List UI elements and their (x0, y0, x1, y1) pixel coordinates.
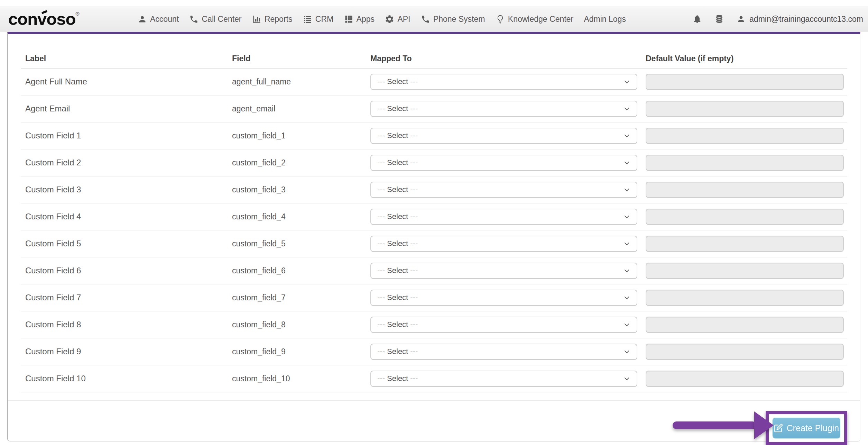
default-value-input[interactable] (646, 209, 844, 225)
row-field: custom_field_5 (228, 239, 366, 248)
mapped-to-select[interactable]: --- Select --- (370, 344, 637, 360)
row-field: custom_field_7 (228, 293, 366, 302)
row-label: Agent Email (21, 104, 228, 113)
chevron-down-icon (622, 158, 631, 167)
phone-icon (189, 15, 198, 24)
default-value-input[interactable] (646, 371, 844, 387)
chevron-down-icon (622, 347, 631, 356)
main-nav: Account Call Center Reports CRM Apps API (138, 6, 626, 32)
row-field: custom_field_10 (228, 374, 366, 383)
table-header-row: Label Field Mapped To Default Value (if … (21, 49, 847, 69)
top-navbar: convoso ® Account Call Center Reports CR… (0, 6, 868, 32)
user-menu[interactable]: admin@trainingaccountc13.com (737, 15, 863, 24)
select-value: --- Select --- (377, 374, 418, 383)
nav-admin-logs-label: Admin Logs (584, 15, 626, 24)
nav-account[interactable]: Account (138, 15, 179, 24)
table-row: Custom Field 7 custom_field_7 --- Select… (21, 284, 847, 311)
database-icon (714, 14, 724, 24)
mapped-to-select[interactable]: --- Select --- (370, 236, 637, 252)
default-value-input[interactable] (646, 128, 844, 144)
nav-call-center[interactable]: Call Center (189, 15, 241, 24)
nav-knowledge-center[interactable]: Knowledge Center (496, 15, 573, 24)
default-value-input[interactable] (646, 290, 844, 306)
default-value-input[interactable] (646, 344, 844, 360)
row-label: Custom Field 9 (21, 347, 228, 356)
table-row: Agent Full Name agent_full_name --- Sele… (21, 69, 847, 96)
bell-icon (692, 14, 702, 24)
row-field: custom_field_4 (228, 212, 366, 221)
row-field: custom_field_1 (228, 131, 366, 140)
table-row: Custom Field 2 custom_field_2 --- Select… (21, 149, 847, 176)
nav-apps-label: Apps (357, 15, 375, 24)
table-row: Custom Field 9 custom_field_9 --- Select… (21, 338, 847, 365)
mapped-to-select[interactable]: --- Select --- (370, 317, 637, 333)
default-value-input[interactable] (646, 182, 844, 198)
annotation-arrow-head (754, 411, 774, 439)
column-header-mapped-to: Mapped To (366, 54, 641, 63)
nav-api[interactable]: API (385, 15, 410, 24)
row-label: Custom Field 1 (21, 131, 228, 140)
default-value-input[interactable] (646, 317, 844, 333)
row-label: Custom Field 4 (21, 212, 228, 221)
column-header-label: Label (21, 54, 228, 63)
nav-api-label: API (397, 15, 410, 24)
table-row: Custom Field 5 custom_field_5 --- Select… (21, 230, 847, 257)
chevron-down-icon (622, 320, 631, 329)
data-storage-button[interactable] (714, 14, 724, 24)
convoso-logo[interactable]: convoso ® (8, 9, 80, 29)
nav-crm[interactable]: CRM (303, 15, 333, 24)
row-label: Custom Field 3 (21, 185, 228, 194)
mapped-to-select[interactable]: --- Select --- (370, 182, 637, 198)
registered-trademark: ® (75, 11, 79, 17)
mapped-to-select[interactable]: --- Select --- (370, 209, 637, 225)
row-label: Custom Field 5 (21, 239, 228, 248)
default-value-input[interactable] (646, 155, 844, 171)
gear-icon (385, 15, 394, 24)
notifications-button[interactable] (692, 14, 702, 24)
chevron-down-icon (622, 212, 631, 221)
table-row: Agent Email agent_email --- Select --- (21, 96, 847, 122)
create-plugin-label: Create Plugin (787, 423, 839, 433)
create-plugin-button[interactable]: Create Plugin (773, 418, 840, 438)
chevron-down-icon (622, 293, 631, 302)
list-icon (303, 15, 312, 24)
select-value: --- Select --- (377, 266, 418, 275)
row-field: custom_field_3 (228, 185, 366, 194)
table-row: Custom Field 6 custom_field_6 --- Select… (21, 257, 847, 284)
mapped-to-select[interactable]: --- Select --- (370, 74, 637, 90)
mapped-to-select[interactable]: --- Select --- (370, 155, 637, 171)
chevron-down-icon (622, 266, 631, 275)
nav-apps[interactable]: Apps (344, 15, 375, 24)
user-icon (138, 15, 147, 24)
select-value: --- Select --- (377, 212, 418, 221)
default-value-input[interactable] (646, 263, 844, 279)
nav-call-center-label: Call Center (202, 15, 241, 24)
mapped-to-select[interactable]: --- Select --- (370, 371, 637, 387)
phone-icon (421, 15, 430, 24)
row-field: custom_field_6 (228, 266, 366, 275)
nav-knowledge-center-label: Knowledge Center (508, 15, 573, 24)
nav-crm-label: CRM (315, 15, 333, 24)
nav-reports[interactable]: Reports (252, 15, 293, 24)
default-value-input[interactable] (646, 74, 844, 90)
chevron-down-icon (622, 239, 631, 248)
select-value: --- Select --- (377, 320, 418, 329)
edit-icon (774, 424, 783, 433)
page: convoso ® Account Call Center Reports CR… (0, 0, 868, 445)
nav-phone-system[interactable]: Phone System (421, 15, 485, 24)
nav-admin-logs[interactable]: Admin Logs (584, 15, 626, 24)
row-label: Custom Field 2 (21, 158, 228, 167)
select-value: --- Select --- (377, 239, 418, 248)
table-row: Custom Field 8 custom_field_8 --- Select… (21, 311, 847, 338)
mapped-to-select[interactable]: --- Select --- (370, 101, 637, 117)
mapped-to-select[interactable]: --- Select --- (370, 128, 637, 144)
row-label: Custom Field 7 (21, 293, 228, 302)
default-value-input[interactable] (646, 236, 844, 252)
default-value-input[interactable] (646, 101, 844, 117)
nav-account-label: Account (150, 15, 179, 24)
user-email: admin@trainingaccountc13.com (749, 15, 863, 24)
mapped-to-select[interactable]: --- Select --- (370, 290, 637, 306)
select-value: --- Select --- (377, 293, 418, 302)
chevron-down-icon (622, 105, 631, 113)
mapped-to-select[interactable]: --- Select --- (370, 263, 637, 279)
